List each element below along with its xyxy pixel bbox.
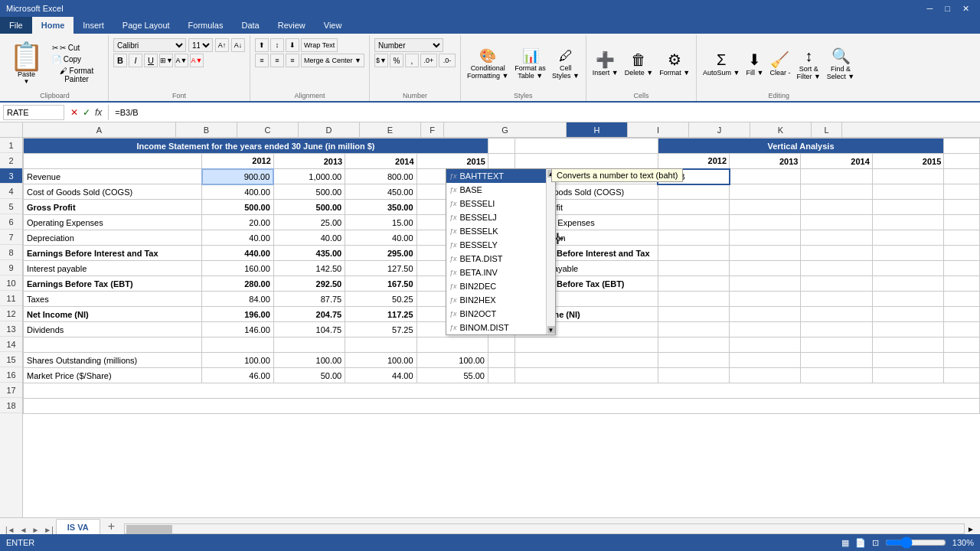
zoom-slider[interactable] — [885, 538, 946, 547]
fill-color-btn[interactable]: A▼ — [175, 54, 188, 67]
cell-c13[interactable]: 104.75 — [273, 322, 345, 337]
row-num-14[interactable]: 14 — [0, 337, 22, 352]
col-header-c[interactable]: C — [237, 122, 299, 137]
cell-c6[interactable]: 25.00 — [273, 215, 345, 230]
cell-l1[interactable] — [944, 139, 980, 154]
align-middle-btn[interactable]: ↕ — [270, 38, 284, 52]
autocomplete-item-besselk[interactable]: ƒx BESSELK — [446, 224, 546, 238]
font-color-btn[interactable]: A▼ — [190, 54, 204, 67]
cell-l13[interactable] — [944, 322, 980, 337]
autocomplete-item-base[interactable]: ƒx BASE — [446, 183, 546, 197]
cell-a10[interactable]: Earnings Before Tax (EBT) — [24, 276, 202, 292]
sheet-tab-is-va[interactable]: IS VA — [56, 519, 100, 534]
autocomplete-item-binomdist[interactable]: ƒx BINOM.DIST — [446, 321, 546, 334]
row-num-13[interactable]: 13 — [0, 321, 22, 337]
cell-b5[interactable]: 500.00 — [202, 200, 273, 215]
fill-btn[interactable]: ⬇ Fill ▼ — [745, 49, 766, 78]
cell-b11[interactable]: 84.00 — [202, 292, 273, 307]
align-right-btn[interactable]: ≡ — [286, 54, 299, 67]
cell-a15[interactable]: Shares Outstanding (millions) — [24, 353, 202, 368]
cell-d14[interactable] — [345, 337, 416, 353]
cell-c16[interactable]: 50.00 — [273, 368, 345, 383]
cell-i11[interactable] — [730, 292, 801, 307]
cell-i15[interactable] — [730, 353, 801, 368]
cell-h1[interactable]: Vertical Analysis — [658, 139, 944, 154]
wrap-text-btn[interactable]: Wrap Text — [301, 38, 338, 52]
row-num-11[interactable]: 11 — [0, 291, 22, 306]
cell-l16[interactable] — [944, 368, 980, 383]
cell-styles-btn[interactable]: 🖊 Cell Styles ▼ — [550, 47, 581, 81]
cell-b14[interactable] — [202, 337, 273, 353]
cell-d4[interactable]: 450.00 — [345, 184, 416, 200]
cell-k3[interactable] — [872, 169, 943, 184]
minimize-btn[interactable]: ─ — [923, 4, 938, 14]
currency-btn[interactable]: $▼ — [374, 54, 388, 67]
cell-d11[interactable]: 50.25 — [345, 292, 416, 307]
cell-b8[interactable]: 440.00 — [202, 246, 273, 261]
cell-l8[interactable] — [944, 246, 980, 261]
horizontal-scrollbar[interactable] — [124, 523, 965, 534]
bold-btn[interactable]: B — [113, 54, 127, 67]
cell-f2[interactable] — [488, 154, 514, 169]
cell-b3[interactable]: 900.00 — [202, 169, 273, 184]
cell-a16[interactable]: Market Price ($/Share) — [24, 368, 202, 383]
cell-g15[interactable] — [514, 353, 658, 368]
cell-a4[interactable]: Cost of Goods Sold (COGS) — [24, 184, 202, 200]
font-size-select[interactable]: 11 — [188, 38, 213, 52]
cell-i7[interactable] — [730, 230, 801, 246]
cell-h15[interactable] — [658, 353, 729, 368]
col-header-i[interactable]: I — [628, 122, 689, 137]
cell-k2[interactable]: 2015 — [872, 154, 943, 169]
cell-h11[interactable] — [658, 292, 729, 307]
sheet-nav-prev[interactable]: ◄ — [18, 526, 30, 534]
cell-i12[interactable] — [730, 307, 801, 322]
cell-l6[interactable] — [944, 215, 980, 230]
cell-h12[interactable] — [658, 307, 729, 322]
autocomplete-item-bahttext[interactable]: ƒx BAHTTEXT — [446, 169, 546, 183]
number-format-select[interactable]: Number — [374, 38, 443, 52]
cell-a11[interactable]: Taxes — [24, 292, 202, 307]
row-num-5[interactable]: 5 — [0, 199, 22, 214]
cell-a7[interactable]: Depreciation — [24, 230, 202, 246]
cell-d6[interactable]: 15.00 — [345, 215, 416, 230]
autocomplete-item-betainv[interactable]: ƒx BETA.INV — [446, 266, 546, 279]
cell-d2[interactable]: 2014 — [345, 154, 416, 169]
underline-btn[interactable]: U — [144, 54, 158, 67]
cell-a5[interactable]: Gross Profit — [24, 200, 202, 215]
cell-j10[interactable] — [801, 276, 872, 292]
cell-j13[interactable] — [801, 322, 872, 337]
row-num-15[interactable]: 15 — [0, 352, 22, 367]
autosum-btn[interactable]: Σ AutoSum ▼ — [701, 50, 741, 78]
confirm-icon[interactable]: ✓ — [83, 107, 90, 118]
cell-i4[interactable] — [730, 184, 801, 200]
cell-h8[interactable] — [658, 246, 729, 261]
clear-btn[interactable]: 🧹 Clear - — [768, 49, 792, 78]
col-header-d[interactable]: D — [299, 122, 360, 137]
cell-i10[interactable] — [730, 276, 801, 292]
align-bottom-btn[interactable]: ⬇ — [286, 38, 299, 52]
cell-k8[interactable] — [872, 246, 943, 261]
sort-filter-btn[interactable]: ↕ Sort & Filter ▼ — [795, 46, 822, 82]
cell-l3[interactable] — [944, 169, 980, 184]
row-num-1[interactable]: 1 — [0, 138, 22, 153]
cancel-icon[interactable]: ✕ — [70, 107, 78, 118]
cell-k16[interactable] — [872, 368, 943, 383]
cell-d8[interactable]: 295.00 — [345, 246, 416, 261]
cell-a12[interactable]: Net Income (NI) — [24, 307, 202, 322]
row-num-3[interactable]: 3 — [0, 168, 22, 184]
row-num-18[interactable]: 18 — [0, 398, 22, 413]
col-header-h[interactable]: H — [567, 122, 628, 137]
cell-b16[interactable]: 46.00 — [202, 368, 273, 383]
scroll-right-btn[interactable]: ► — [965, 525, 977, 533]
cell-c2[interactable]: 2013 — [273, 154, 345, 169]
cell-h2[interactable]: 2012 — [658, 154, 729, 169]
cell-f15[interactable] — [488, 353, 514, 368]
cell-c8[interactable]: 435.00 — [273, 246, 345, 261]
cell-i9[interactable] — [730, 261, 801, 276]
cell-a3[interactable]: Revenue — [24, 169, 202, 184]
find-select-btn[interactable]: 🔍 Find & Select ▼ — [825, 45, 856, 82]
autocomplete-item-besseli[interactable]: ƒx BESSELI — [446, 197, 546, 210]
cell-d9[interactable]: 127.50 — [345, 261, 416, 276]
row-num-17[interactable]: 17 — [0, 383, 22, 398]
cell-a13[interactable]: Dividends — [24, 322, 202, 337]
